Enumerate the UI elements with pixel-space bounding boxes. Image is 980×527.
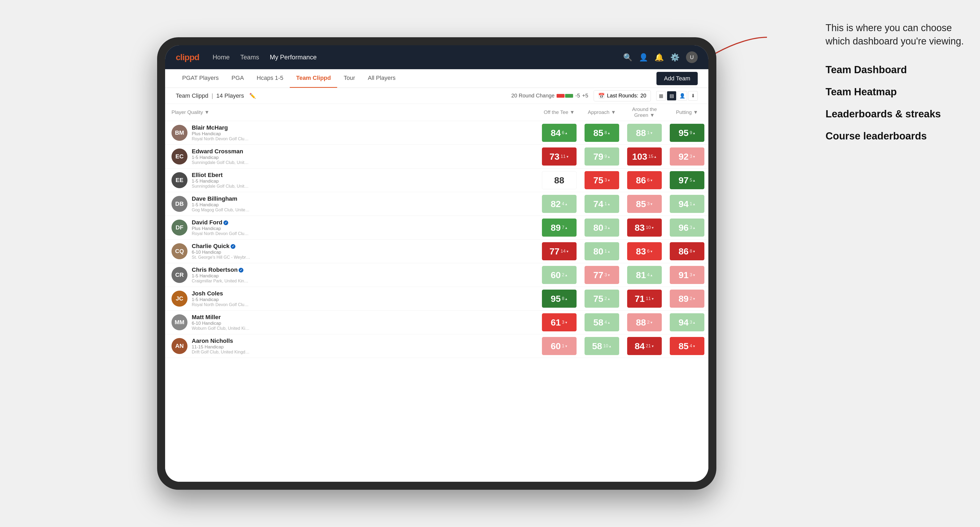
score-cell-putting: 959 (666, 121, 708, 145)
score-change: 2 (647, 320, 653, 325)
tab-item[interactable]: Hcaps 1-5 (250, 69, 290, 88)
score-cell-putting: 892 (666, 287, 708, 311)
table-row[interactable]: ECEdward Crossman1-5 HandicapSunningdale… (165, 145, 708, 168)
table-row[interactable]: JCJosh Coles1-5 HandicapRoyal North Devo… (165, 287, 708, 311)
score-cell-approach: 5810 (581, 334, 623, 358)
player-handicap: 1-5 Handicap (192, 179, 250, 184)
score-value: 89 (679, 294, 689, 304)
score-change: 4 (690, 343, 695, 349)
score-cell-putting: 963 (666, 216, 708, 240)
avatar[interactable]: U (686, 51, 698, 63)
tab-item[interactable]: All Players (361, 69, 402, 88)
player-club: Sunningdale Golf Club, United Kingdom (192, 184, 250, 189)
player-cell: DBDave Billingham1-5 HandicapGog Magog G… (165, 192, 538, 216)
player-avatar: BM (172, 125, 188, 141)
score-value: 88 (636, 128, 646, 138)
nav-link[interactable]: My Performance (270, 54, 317, 61)
score-value: 94 (679, 199, 689, 209)
score-change: 5 (690, 178, 695, 183)
score-change: 6 (647, 249, 653, 254)
player-name: Blair McHarg (192, 124, 250, 131)
score-cell-off-tee: 88 (538, 168, 581, 192)
nav-logo: clippd (176, 52, 199, 62)
tab-item[interactable]: Team Clippd (290, 69, 337, 88)
add-team-button[interactable]: Add Team (657, 72, 698, 85)
player-cell: BMBlair McHargPlus HandicapRoyal North D… (165, 121, 538, 145)
player-cell: ECEdward Crossman1-5 HandicapSunningdale… (165, 145, 538, 168)
score-change: 4 (605, 320, 610, 325)
user-icon[interactable]: 👤 (639, 53, 648, 62)
person-view-button[interactable]: 👤 (678, 91, 687, 101)
nav-link[interactable]: Teams (240, 54, 259, 61)
player-club: Gog Magog Golf Club, United Kingdom (192, 208, 250, 213)
nav-links: HomeTeamsMy Performance (213, 54, 623, 61)
annotation-item: Team Heatmap (826, 86, 964, 98)
score-change: 7 (562, 225, 568, 230)
player-name: Josh Coles (192, 290, 250, 297)
score-change: 1 (562, 343, 568, 349)
tab-item[interactable]: PGAT Players (176, 69, 225, 88)
last-rounds-button[interactable]: 📅 Last Rounds: 20 (593, 90, 651, 102)
score-cell-putting: 943 (666, 311, 708, 334)
download-icon-button[interactable]: ⬇ (688, 91, 698, 101)
nav-link[interactable]: Home (213, 54, 229, 61)
score-change: 3 (605, 272, 610, 278)
score-value: 73 (549, 151, 560, 162)
score-change: 4 (647, 272, 653, 278)
score-change: 3 (647, 201, 653, 206)
pos-bar (565, 94, 573, 98)
score-value: 71 (635, 294, 645, 304)
player-club: Royal North Devon Golf Club, United King… (192, 231, 250, 236)
player-club: Royal North Devon Golf Club, United King… (192, 302, 250, 307)
col-approach: Approach ▼ (581, 104, 623, 121)
table-row[interactable]: DBDave Billingham1-5 HandicapGog Magog G… (165, 192, 708, 216)
score-change: 9 (605, 154, 610, 159)
table-row[interactable]: DFDavid Ford✓Plus HandicapRoyal North De… (165, 216, 708, 240)
settings-icon[interactable]: ⚙️ (670, 53, 679, 62)
table-row[interactable]: BMBlair McHargPlus HandicapRoyal North D… (165, 121, 708, 145)
score-value: 74 (593, 199, 603, 209)
score-cell-off-tee: 613 (538, 311, 581, 334)
player-name: Chris Robertson✓ (192, 267, 250, 273)
team-name: Team Clippd | 14 Players (176, 92, 244, 99)
bell-icon[interactable]: 🔔 (655, 53, 664, 62)
player-avatar: JC (172, 290, 188, 306)
change-bar (557, 94, 573, 98)
score-value: 103 (632, 151, 648, 162)
table-view-button[interactable]: ▤ (667, 91, 676, 101)
score-value: 83 (635, 222, 645, 233)
score-cell-around-green: 882 (623, 311, 666, 334)
navbar: clippd HomeTeamsMy Performance 🔍 👤 🔔 ⚙️ … (165, 45, 708, 69)
annotation-item: Leaderboards & streaks (826, 108, 964, 120)
edit-icon[interactable]: ✏️ (249, 93, 256, 99)
table-row[interactable]: ANAaron Nicholls11-15 HandicapDrift Golf… (165, 334, 708, 358)
score-value: 58 (592, 341, 602, 351)
score-value: 85 (593, 128, 603, 138)
table-row[interactable]: EEElliot Ebert1-5 HandicapSunningdale Go… (165, 168, 708, 192)
annotation-item: Team Dashboard (826, 64, 964, 76)
table-row[interactable]: CRChris Robertson✓1-5 HandicapCraigmilla… (165, 263, 708, 287)
score-value: 77 (549, 246, 560, 257)
player-cell: ANAaron Nicholls11-15 HandicapDrift Golf… (165, 334, 538, 358)
player-club: Royal North Devon Golf Club, United King… (192, 137, 250, 141)
score-change: 9 (690, 130, 695, 135)
tab-item[interactable]: PGA (225, 69, 250, 88)
score-value: 77 (593, 270, 603, 280)
score-value: 85 (679, 341, 689, 351)
score-cell-off-tee: 602 (538, 263, 581, 287)
player-name: Dave Billingham (192, 195, 250, 202)
grid-view-button[interactable]: ▦ (656, 91, 666, 101)
player-handicap: Plus Handicap (192, 131, 250, 137)
score-value: 60 (551, 341, 561, 351)
player-handicap: Plus Handicap (192, 226, 250, 231)
player-avatar: EE (172, 172, 188, 188)
table-row[interactable]: CQCharlie Quick✓6-10 HandicapSt. George'… (165, 240, 708, 263)
score-value: 86 (636, 175, 646, 186)
search-icon[interactable]: 🔍 (623, 53, 632, 62)
score-value: 82 (551, 199, 561, 209)
tab-item[interactable]: Tour (337, 69, 361, 88)
score-value: 88 (636, 317, 646, 328)
table-row[interactable]: MMMatt Miller6-10 HandicapWoburn Golf Cl… (165, 311, 708, 334)
score-change: 21 (646, 343, 654, 349)
score-cell-putting: 941 (666, 192, 708, 216)
